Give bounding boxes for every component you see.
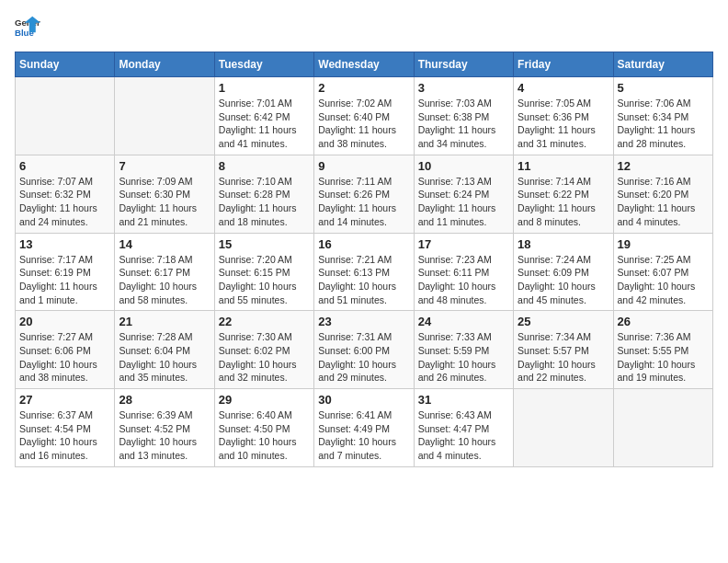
day-info: Sunrise: 7:23 AM Sunset: 6:11 PM Dayligh… [418,253,509,307]
calendar-cell: 21Sunrise: 7:28 AM Sunset: 6:04 PM Dayli… [115,311,214,389]
day-info: Sunrise: 6:43 AM Sunset: 4:47 PM Dayligh… [418,408,509,463]
day-info: Sunrise: 7:01 AM Sunset: 6:42 PM Dayligh… [219,97,310,151]
day-info: Sunrise: 7:16 AM Sunset: 6:20 PM Dayligh… [618,175,709,229]
day-number: 11 [518,159,609,173]
day-number: 28 [119,393,210,407]
calendar-body: 1Sunrise: 7:01 AM Sunset: 6:42 PM Daylig… [16,77,713,467]
day-number: 2 [318,81,409,95]
day-info: Sunrise: 7:21 AM Sunset: 6:13 PM Dayligh… [318,253,409,307]
calendar-cell [115,77,214,155]
calendar-cell [16,77,115,155]
day-info: Sunrise: 6:39 AM Sunset: 4:52 PM Dayligh… [119,408,210,463]
day-number: 10 [418,159,509,173]
calendar-cell: 24Sunrise: 7:33 AM Sunset: 5:59 PM Dayli… [414,311,513,389]
calendar-cell: 12Sunrise: 7:16 AM Sunset: 6:20 PM Dayli… [613,155,712,233]
calendar-cell: 22Sunrise: 7:30 AM Sunset: 6:02 PM Dayli… [214,311,313,389]
day-number: 23 [318,315,409,328]
day-number: 19 [618,237,709,251]
weekday-header-sunday: Sunday [16,52,115,77]
day-info: Sunrise: 7:31 AM Sunset: 6:00 PM Dayligh… [318,330,409,385]
calendar-cell: 15Sunrise: 7:20 AM Sunset: 6:15 PM Dayli… [214,233,313,311]
day-number: 12 [618,159,709,173]
day-number: 8 [219,159,310,173]
weekday-header-thursday: Thursday [414,52,513,77]
day-number: 16 [318,237,409,251]
weekday-header-friday: Friday [514,52,613,77]
calendar-cell: 25Sunrise: 7:34 AM Sunset: 5:57 PM Dayli… [514,311,613,389]
day-number: 31 [418,393,509,407]
calendar-cell [514,389,613,467]
day-info: Sunrise: 7:10 AM Sunset: 6:28 PM Dayligh… [219,175,310,229]
day-info: Sunrise: 6:40 AM Sunset: 4:50 PM Dayligh… [219,408,310,463]
calendar-cell: 6Sunrise: 7:07 AM Sunset: 6:32 PM Daylig… [16,155,115,233]
day-info: Sunrise: 7:07 AM Sunset: 6:32 PM Dayligh… [19,175,110,229]
day-number: 20 [19,315,110,328]
day-number: 29 [219,393,310,407]
calendar-cell: 7Sunrise: 7:09 AM Sunset: 6:30 PM Daylig… [115,155,214,233]
calendar-cell: 3Sunrise: 7:03 AM Sunset: 6:38 PM Daylig… [414,77,513,155]
calendar-cell: 11Sunrise: 7:14 AM Sunset: 6:22 PM Dayli… [514,155,613,233]
calendar-cell: 19Sunrise: 7:25 AM Sunset: 6:07 PM Dayli… [613,233,712,311]
day-info: Sunrise: 7:20 AM Sunset: 6:15 PM Dayligh… [219,253,310,307]
day-number: 7 [119,159,210,173]
day-number: 30 [318,393,409,407]
calendar-cell: 1Sunrise: 7:01 AM Sunset: 6:42 PM Daylig… [214,77,313,155]
day-info: Sunrise: 7:02 AM Sunset: 6:40 PM Dayligh… [318,97,409,151]
calendar-cell: 4Sunrise: 7:05 AM Sunset: 6:36 PM Daylig… [514,77,613,155]
day-number: 25 [518,315,609,328]
weekday-header-monday: Monday [115,52,214,77]
day-info: Sunrise: 7:05 AM Sunset: 6:36 PM Dayligh… [518,97,609,151]
day-number: 1 [219,81,310,95]
day-info: Sunrise: 7:24 AM Sunset: 6:09 PM Dayligh… [518,253,609,307]
calendar-week-3: 13Sunrise: 7:17 AM Sunset: 6:19 PM Dayli… [16,233,713,311]
day-info: Sunrise: 7:33 AM Sunset: 5:59 PM Dayligh… [418,330,509,385]
day-number: 5 [618,81,709,95]
logo-icon: General Blue [15,15,40,40]
weekday-header-row: SundayMondayTuesdayWednesdayThursdayFrid… [16,52,713,77]
day-number: 17 [418,237,509,251]
calendar-cell: 8Sunrise: 7:10 AM Sunset: 6:28 PM Daylig… [214,155,313,233]
calendar-cell: 26Sunrise: 7:36 AM Sunset: 5:55 PM Dayli… [613,311,712,389]
weekday-header-tuesday: Tuesday [214,52,313,77]
day-number: 18 [518,237,609,251]
day-number: 6 [19,159,110,173]
calendar-week-4: 20Sunrise: 7:27 AM Sunset: 6:06 PM Dayli… [16,311,713,389]
day-number: 15 [219,237,310,251]
day-number: 21 [119,315,210,328]
day-info: Sunrise: 7:25 AM Sunset: 6:07 PM Dayligh… [618,253,709,307]
calendar-cell: 9Sunrise: 7:11 AM Sunset: 6:26 PM Daylig… [314,155,414,233]
day-number: 13 [19,237,110,251]
day-info: Sunrise: 7:18 AM Sunset: 6:17 PM Dayligh… [119,253,210,307]
day-number: 26 [618,315,709,328]
calendar-cell: 29Sunrise: 6:40 AM Sunset: 4:50 PM Dayli… [214,389,313,467]
calendar-cell: 13Sunrise: 7:17 AM Sunset: 6:19 PM Dayli… [16,233,115,311]
day-info: Sunrise: 7:09 AM Sunset: 6:30 PM Dayligh… [119,175,210,229]
calendar-cell: 5Sunrise: 7:06 AM Sunset: 6:34 PM Daylig… [613,77,712,155]
day-info: Sunrise: 7:28 AM Sunset: 6:04 PM Dayligh… [119,330,210,385]
day-info: Sunrise: 7:06 AM Sunset: 6:34 PM Dayligh… [618,97,709,151]
day-info: Sunrise: 7:11 AM Sunset: 6:26 PM Dayligh… [318,175,409,229]
day-number: 27 [19,393,110,407]
day-info: Sunrise: 7:34 AM Sunset: 5:57 PM Dayligh… [518,330,609,385]
day-number: 3 [418,81,509,95]
day-info: Sunrise: 6:41 AM Sunset: 4:49 PM Dayligh… [318,408,409,463]
calendar-cell: 20Sunrise: 7:27 AM Sunset: 6:06 PM Dayli… [16,311,115,389]
calendar-cell: 16Sunrise: 7:21 AM Sunset: 6:13 PM Dayli… [314,233,414,311]
day-info: Sunrise: 6:37 AM Sunset: 4:54 PM Dayligh… [19,408,110,463]
calendar-cell: 31Sunrise: 6:43 AM Sunset: 4:47 PM Dayli… [414,389,513,467]
calendar-cell: 28Sunrise: 6:39 AM Sunset: 4:52 PM Dayli… [115,389,214,467]
day-number: 22 [219,315,310,328]
weekday-header-wednesday: Wednesday [314,52,414,77]
day-info: Sunrise: 7:14 AM Sunset: 6:22 PM Dayligh… [518,175,609,229]
day-info: Sunrise: 7:03 AM Sunset: 6:38 PM Dayligh… [418,97,509,151]
day-number: 24 [418,315,509,328]
header: General Blue [15,15,713,40]
calendar-week-2: 6Sunrise: 7:07 AM Sunset: 6:32 PM Daylig… [16,155,713,233]
calendar-cell: 2Sunrise: 7:02 AM Sunset: 6:40 PM Daylig… [314,77,414,155]
calendar-cell [613,389,712,467]
day-number: 4 [518,81,609,95]
calendar-week-1: 1Sunrise: 7:01 AM Sunset: 6:42 PM Daylig… [16,77,713,155]
day-number: 14 [119,237,210,251]
day-info: Sunrise: 7:13 AM Sunset: 6:24 PM Dayligh… [418,175,509,229]
weekday-header-saturday: Saturday [613,52,712,77]
